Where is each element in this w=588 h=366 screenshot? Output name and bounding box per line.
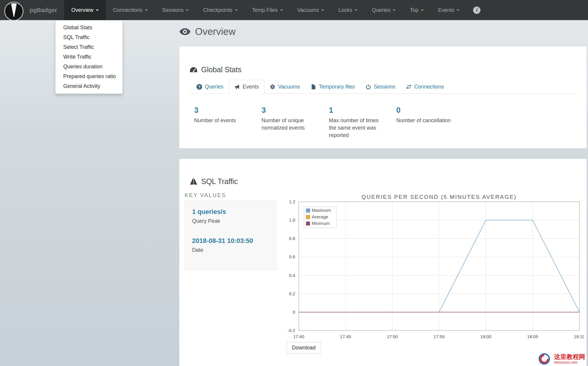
megaphone-icon	[234, 84, 240, 90]
road-icon	[189, 178, 198, 185]
nav-item-queries[interactable]: Queries	[365, 0, 403, 20]
tab-label: Vacuums	[278, 84, 300, 90]
nav-item-label: Overview	[71, 7, 93, 13]
svg-text:-0.2: -0.2	[287, 328, 295, 333]
page-title: Overview	[179, 26, 587, 37]
nav-item-label: Temp Files	[252, 7, 278, 13]
power-icon	[366, 84, 371, 90]
nav-item-checkpoints[interactable]: Checkpoints	[196, 0, 245, 20]
tab-label: Events	[243, 84, 259, 90]
sql-traffic-title: SQL Traffic	[189, 177, 587, 186]
svg-text:18:10: 18:10	[574, 334, 584, 339]
svg-text:0.2: 0.2	[289, 291, 295, 296]
stat-number-of-events: 3 Number of events	[194, 106, 261, 139]
sql-traffic-panel: SQL Traffic KEY VALUES 1 queries/s Query…	[179, 159, 587, 366]
nav-item-top[interactable]: Top	[403, 0, 431, 20]
key-value-label: Query Peak	[192, 217, 269, 225]
nav-item-label: Locks	[338, 7, 352, 13]
sql-traffic-title-text: SQL Traffic	[201, 177, 238, 186]
nav-item-overview[interactable]: Overview	[64, 0, 106, 20]
svg-text:17:50: 17:50	[387, 334, 398, 339]
watermark-logo-icon	[538, 353, 552, 365]
svg-text:0.6: 0.6	[289, 254, 295, 259]
eye-icon	[179, 28, 191, 36]
svg-text:17:45: 17:45	[340, 334, 351, 339]
caret-down-icon	[145, 9, 148, 11]
caret-down-icon	[457, 9, 459, 11]
svg-text:0.4: 0.4	[289, 273, 295, 278]
menu-item-general-activity[interactable]: General Activity	[56, 81, 122, 91]
brand-title: pgBadger	[30, 0, 57, 20]
key-value: 2018-08-31 10:03:50	[192, 237, 269, 245]
svg-text:Average: Average	[312, 214, 328, 219]
tab-label: Queries	[205, 84, 223, 90]
watermark-line1: 这里教程网	[554, 353, 585, 360]
caret-down-icon	[235, 9, 238, 11]
nav-item-connections[interactable]: Connections	[106, 0, 155, 20]
menu-item-sql-traffic[interactable]: SQL Traffic	[56, 33, 122, 42]
stat-value: 3	[261, 106, 329, 115]
tab-events[interactable]: Events	[229, 80, 264, 94]
nav-item-label: Sessions	[162, 7, 183, 13]
top-navbar: pgBadger Overview Connections Sessions C…	[0, 0, 588, 20]
queries-per-second-chart[interactable]: -0.200.20.40.60.81.01.217:4017:4517:5017…	[278, 191, 584, 351]
global-stats-panel: Global Stats Queries Events	[179, 46, 587, 149]
nav-item-locks[interactable]: Locks	[331, 0, 365, 20]
tab-queries[interactable]: Queries	[191, 80, 229, 94]
caret-down-icon	[96, 9, 99, 11]
main-content: Overview Global Stats Queries Events	[179, 20, 587, 366]
menu-item-queries-duration[interactable]: Queries duration	[56, 62, 122, 72]
gears-icon	[270, 84, 275, 90]
svg-text:Minimum: Minimum	[312, 221, 330, 226]
nav-item-label: Checkpoints	[203, 7, 232, 13]
tab-temporary-files[interactable]: Temporary files	[305, 80, 360, 94]
menu-item-write-traffic[interactable]: Write Traffic	[56, 52, 122, 62]
caret-down-icon	[321, 9, 324, 11]
menu-item-global-stats[interactable]: Global Stats	[56, 23, 122, 33]
overview-dropdown-menu: Global Stats SQL Traffic Select Traffic …	[55, 20, 123, 94]
menu-item-prepared-queries-ratio[interactable]: Prepared queries ratio	[56, 72, 122, 81]
question-circle-icon	[196, 84, 202, 90]
menu-item-select-traffic[interactable]: Select Traffic	[56, 42, 122, 52]
svg-text:1.0: 1.0	[289, 217, 295, 222]
pgbadger-logo-icon[interactable]	[4, 1, 24, 21]
stat-label: Number of cancellation	[396, 117, 453, 124]
svg-text:0.8: 0.8	[289, 236, 295, 241]
stat-label: Number of unique normalized events	[261, 117, 318, 132]
line-chart-svg[interactable]: -0.200.20.40.60.81.01.217:4017:4517:5017…	[278, 191, 584, 348]
stat-number-of-cancellation: 0 Number of cancellation	[396, 106, 464, 139]
stat-value: 3	[194, 106, 261, 115]
caret-down-icon	[393, 9, 396, 11]
about-button[interactable]	[467, 0, 487, 20]
watermark[interactable]: 这里教程网 herecours.com	[538, 353, 585, 365]
svg-text:18:05: 18:05	[527, 334, 538, 339]
tab-vacuums[interactable]: Vacuums	[264, 80, 305, 94]
download-button[interactable]: Download	[287, 342, 321, 354]
tab-label: Sessions	[374, 84, 395, 90]
file-icon	[311, 84, 316, 90]
events-stats-row: 3 Number of events 3 Number of unique no…	[189, 106, 575, 139]
page-title-text: Overview	[195, 26, 236, 37]
svg-text:17:40: 17:40	[293, 334, 304, 339]
svg-text:18:00: 18:00	[480, 334, 492, 339]
nav-item-label: Top	[410, 7, 418, 13]
key-value-query-peak: 1 queries/s Query Peak	[192, 208, 269, 225]
nav-item-vacuums[interactable]: Vacuums	[290, 0, 332, 20]
nav-item-temp-files[interactable]: Temp Files	[245, 0, 290, 20]
key-value: 1 queries/s	[192, 208, 269, 216]
stat-value: 1	[329, 106, 396, 115]
nav-item-events[interactable]: Events	[431, 0, 467, 20]
stat-unique-normalized-events: 3 Number of unique normalized events	[261, 106, 329, 139]
info-icon	[473, 7, 480, 14]
tab-sessions[interactable]: Sessions	[360, 80, 401, 94]
global-stats-tabs: Queries Events Vacuums	[189, 80, 575, 94]
caret-down-icon	[280, 9, 283, 11]
nav-item-sessions[interactable]: Sessions	[155, 0, 196, 20]
key-value-label: Date	[192, 246, 269, 254]
svg-text:Maximum: Maximum	[312, 208, 331, 213]
nav-item-label: Queries	[372, 7, 390, 13]
watermark-line2: herecours.com	[554, 360, 585, 365]
tab-connections[interactable]: Connections	[401, 80, 449, 94]
exchange-arrows-icon	[406, 84, 412, 90]
global-stats-title: Global Stats	[189, 65, 575, 74]
